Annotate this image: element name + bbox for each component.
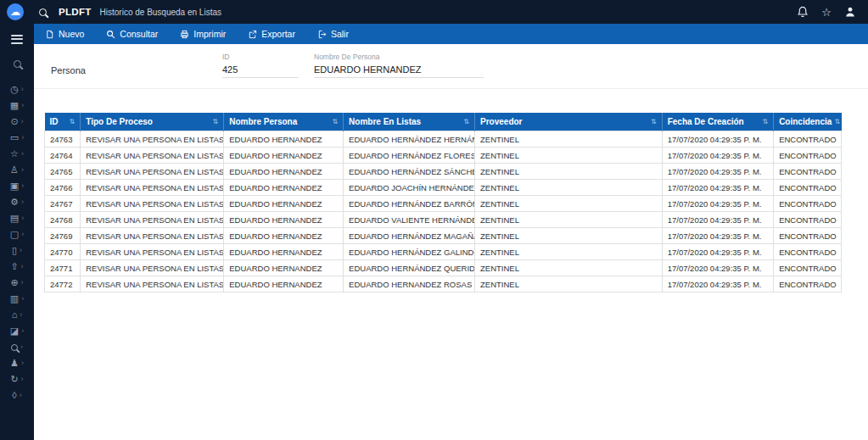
chevron-right-icon: › bbox=[21, 279, 24, 287]
salir-button[interactable]: Salir bbox=[306, 24, 360, 44]
sidebar-item-documents[interactable]: ▯› bbox=[0, 242, 34, 259]
table-row[interactable]: 24770REVISAR UNA PERSONA EN LISTASEDUARD… bbox=[45, 244, 842, 260]
button-label: Nuevo bbox=[59, 29, 84, 39]
id-field: ID 425 bbox=[222, 53, 299, 78]
table-cell: 17/07/2020 04:29:35 P. M. bbox=[662, 244, 773, 260]
sidebar-item-security[interactable]: ◊› bbox=[0, 387, 34, 404]
nuevo-button[interactable]: Nuevo bbox=[34, 24, 95, 44]
column-header[interactable]: Tipo De Proceso⇅ bbox=[81, 113, 224, 131]
sidebar-nav: ◷›▦›⊙›▭›☆›♙›▣›⚙›▤›▢›▯›⇧›⊕›▥›⌂›◪››♟›↻›◊› bbox=[0, 81, 34, 404]
table-cell: EDUARDO HERNÁNDEZ HERNÁNDEZ bbox=[344, 131, 475, 148]
column-header[interactable]: ID⇅ bbox=[45, 113, 81, 131]
table-cell: REVISAR UNA PERSONA EN LISTAS bbox=[81, 228, 224, 244]
column-header[interactable]: Nombre Persona⇅ bbox=[224, 113, 344, 131]
table-cell: ZENTINEL bbox=[475, 148, 663, 164]
column-header[interactable]: Fecha De Creación⇅ bbox=[662, 113, 773, 131]
column-header-label: Coincidencia bbox=[779, 117, 832, 126]
topbar-actions: ☆ bbox=[797, 6, 856, 18]
table-cell: ZENTINEL bbox=[475, 196, 663, 212]
table-row[interactable]: 24768REVISAR UNA PERSONA EN LISTASEDUARD… bbox=[45, 212, 842, 228]
sort-icon[interactable]: ⇅ bbox=[461, 118, 469, 125]
sidebar-item-accounts[interactable]: ▣› bbox=[0, 178, 34, 194]
table-cell: EDUARDO HERNANDEZ ROSAS bbox=[344, 276, 475, 292]
shield-icon: ◊ bbox=[12, 391, 16, 400]
sidebar-item-favorites[interactable]: ☆› bbox=[0, 146, 34, 162]
sidebar-item-processes[interactable]: ↻› bbox=[0, 371, 34, 387]
sort-icon[interactable]: ⇅ bbox=[648, 118, 657, 125]
exportar-button[interactable]: Exportar bbox=[237, 24, 306, 44]
table-cell: 17/07/2020 04:29:35 P. M. bbox=[662, 131, 773, 148]
new-doc-icon bbox=[45, 30, 54, 39]
sort-icon[interactable]: ⇅ bbox=[210, 118, 219, 125]
favorite-star-icon[interactable]: ☆ bbox=[821, 7, 832, 18]
sidebar-item-history[interactable]: ◷› bbox=[0, 81, 34, 97]
sidebar-item-reports[interactable]: ◪› bbox=[0, 323, 34, 339]
sidebar-item-search[interactable]: › bbox=[0, 339, 34, 355]
column-header[interactable]: Proveedor⇅ bbox=[475, 113, 663, 131]
table-row[interactable]: 24763REVISAR UNA PERSONA EN LISTASEDUARD… bbox=[45, 131, 842, 148]
table-row[interactable]: 24764REVISAR UNA PERSONA EN LISTASEDUARD… bbox=[45, 148, 842, 164]
nombre-persona-label: Nombre De Persona bbox=[314, 53, 484, 61]
history-icon: ◷ bbox=[10, 85, 19, 94]
table-cell: ENCONTRADO bbox=[774, 228, 842, 244]
sidebar-item-clients[interactable]: ♙› bbox=[0, 162, 34, 178]
table-cell: ENCONTRADO bbox=[774, 131, 842, 148]
chevron-right-icon: › bbox=[20, 392, 22, 399]
table-cell: EDUARDO HERNANDEZ bbox=[224, 148, 344, 164]
user-icon[interactable] bbox=[844, 6, 856, 18]
sidebar: ◷›▦›⊙›▭›☆›♙›▣›⚙›▤›▢›▯›⇧›⊕›▥›⌂›◪››♟›↻›◊› bbox=[0, 24, 34, 440]
document-icon: ▯ bbox=[12, 246, 17, 255]
search-icon[interactable] bbox=[39, 8, 47, 16]
sidebar-item-bank[interactable]: ⌂› bbox=[0, 307, 34, 323]
sort-icon[interactable]: ⇅ bbox=[832, 118, 840, 125]
sidebar-item-monitor[interactable]: ▢› bbox=[0, 226, 34, 242]
sidebar-item-uploads[interactable]: ⇧› bbox=[0, 259, 34, 275]
table-row[interactable]: 24769REVISAR UNA PERSONA EN LISTASEDUARD… bbox=[45, 228, 842, 244]
table-row[interactable]: 24766REVISAR UNA PERSONA EN LISTASEDUARD… bbox=[45, 180, 842, 196]
sidebar-search-icon[interactable] bbox=[14, 56, 21, 71]
nombre-persona-value: EDUARDO HERNANDEZ bbox=[314, 64, 484, 78]
users-icon: ♟ bbox=[10, 359, 19, 368]
table-icon: ▦ bbox=[10, 101, 19, 110]
sidebar-item-settings[interactable]: ⚙› bbox=[0, 194, 34, 210]
table-row[interactable]: 24767REVISAR UNA PERSONA EN LISTASEDUARD… bbox=[45, 196, 842, 212]
table-cell: EDUARDO HERNÁNDEZ MAGAÑA bbox=[344, 228, 475, 244]
card-icon: ▣ bbox=[10, 181, 19, 191]
table-cell: REVISAR UNA PERSONA EN LISTAS bbox=[81, 148, 224, 164]
file-icon: ▥ bbox=[10, 294, 19, 304]
consultar-button[interactable]: Consultar bbox=[95, 24, 169, 44]
chevron-right-icon: › bbox=[20, 343, 23, 351]
sidebar-item-catalogs[interactable]: ▤› bbox=[0, 210, 34, 226]
menu-toggle-button[interactable] bbox=[11, 32, 23, 46]
toolbar: NuevoConsultarImprimirExportarSalir bbox=[34, 24, 868, 44]
chevron-right-icon: › bbox=[21, 118, 24, 125]
table-cell: 24765 bbox=[45, 164, 81, 180]
column-header[interactable]: Coincidencia⇅ bbox=[774, 113, 842, 131]
sort-icon[interactable]: ⇅ bbox=[67, 118, 76, 125]
sort-icon[interactable]: ⇅ bbox=[759, 118, 768, 125]
sidebar-item-files[interactable]: ▥› bbox=[0, 291, 34, 307]
sidebar-item-transactions[interactable]: ⊙› bbox=[0, 114, 34, 130]
table-row[interactable]: 24771REVISAR UNA PERSONA EN LISTASEDUARD… bbox=[45, 260, 842, 276]
sidebar-item-tables[interactable]: ▦› bbox=[0, 97, 34, 114]
topbar: ☁ PLDFT Historico de Busqueda en Listas … bbox=[0, 0, 868, 24]
sort-icon[interactable]: ⇅ bbox=[329, 118, 338, 125]
bell-icon[interactable] bbox=[797, 6, 809, 18]
star-icon: ☆ bbox=[10, 149, 19, 159]
sidebar-item-users[interactable]: ♟› bbox=[0, 355, 34, 371]
table-row[interactable]: 24765REVISAR UNA PERSONA EN LISTASEDUARD… bbox=[45, 164, 842, 180]
table-cell: 24767 bbox=[45, 196, 81, 212]
table-cell: REVISAR UNA PERSONA EN LISTAS bbox=[81, 131, 224, 148]
button-label: Consultar bbox=[120, 29, 158, 39]
imprimir-button[interactable]: Imprimir bbox=[169, 24, 237, 44]
search-icon bbox=[11, 344, 18, 351]
chevron-right-icon: › bbox=[21, 150, 24, 158]
sidebar-item-web[interactable]: ⊕› bbox=[0, 275, 34, 291]
column-header[interactable]: Nombre En Listas⇅ bbox=[344, 113, 475, 131]
nombre-persona-field: Nombre De Persona EDUARDO HERNANDEZ bbox=[314, 53, 484, 78]
table-cell: 24763 bbox=[45, 131, 81, 148]
table-cell: REVISAR UNA PERSONA EN LISTAS bbox=[81, 164, 224, 180]
sidebar-item-messages[interactable]: ▭› bbox=[0, 130, 34, 146]
main-content: Persona ID 425 Nombre De Persona EDUARDO… bbox=[34, 44, 868, 440]
table-row[interactable]: 24772REVISAR UNA PERSONA EN LISTASEDUARD… bbox=[45, 276, 842, 292]
